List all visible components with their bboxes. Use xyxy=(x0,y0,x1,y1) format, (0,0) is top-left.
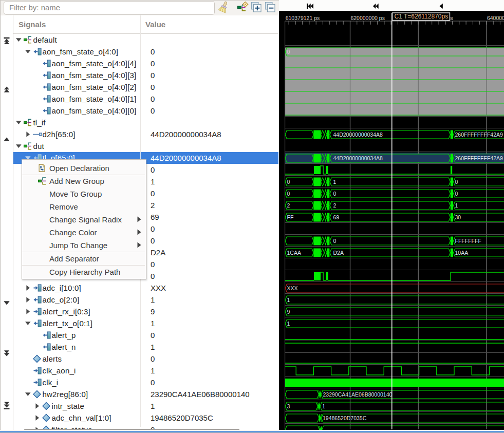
svg-text:260FFFFFFFF42A9: 260FFFFFFFF42A9 xyxy=(455,131,503,138)
svg-text:D2A: D2A xyxy=(333,250,344,256)
svg-text:0: 0 xyxy=(287,179,290,185)
svg-text:19486520D7035C: 19486520D7035C xyxy=(323,415,367,421)
svg-text:69: 69 xyxy=(333,214,340,220)
svg-text:260FFFFFFFF42A9: 260FFFFFFFF42A9 xyxy=(455,155,503,161)
svg-text:0: 0 xyxy=(455,179,458,185)
svg-text:0: 0 xyxy=(287,191,290,197)
svg-text:44D20000000034A8: 44D20000000034A8 xyxy=(333,131,383,138)
svg-text:0: 0 xyxy=(287,49,290,55)
svg-text:610379121 ps: 610379121 ps xyxy=(286,15,320,21)
svg-text:1: 1 xyxy=(287,297,290,303)
svg-text:640000000 ps: 640000000 ps xyxy=(487,15,504,21)
svg-text:23290CA41AE06B80000140: 23290CA41AE06B80000140 xyxy=(323,391,393,398)
svg-text:2: 2 xyxy=(333,202,337,209)
svg-text:0: 0 xyxy=(455,191,458,197)
svg-text:C1 T=626112870ps: C1 T=626112870ps xyxy=(395,13,449,20)
svg-text:XXX: XXX xyxy=(287,285,298,291)
svg-text:1: 1 xyxy=(455,202,458,209)
svg-text:44D20000000034A8: 44D20000000034A8 xyxy=(333,155,383,161)
svg-text:1CAA: 1CAA xyxy=(287,250,301,256)
svg-text:30: 30 xyxy=(455,214,461,220)
svg-text:0: 0 xyxy=(333,238,337,244)
svg-text:3: 3 xyxy=(287,403,290,409)
svg-text:2: 2 xyxy=(287,202,290,209)
svg-text:FFFFFFFF: FFFFFFFF xyxy=(455,238,481,244)
svg-text:9: 9 xyxy=(287,309,290,315)
svg-text:1: 1 xyxy=(287,321,290,327)
svg-text:1: 1 xyxy=(322,403,325,409)
svg-text:0: 0 xyxy=(333,191,337,197)
svg-text:620000000 ps: 620000000 ps xyxy=(350,15,385,21)
svg-text:10AA: 10AA xyxy=(455,250,469,256)
svg-text:FF: FF xyxy=(287,214,294,220)
svg-text:1: 1 xyxy=(333,179,337,185)
